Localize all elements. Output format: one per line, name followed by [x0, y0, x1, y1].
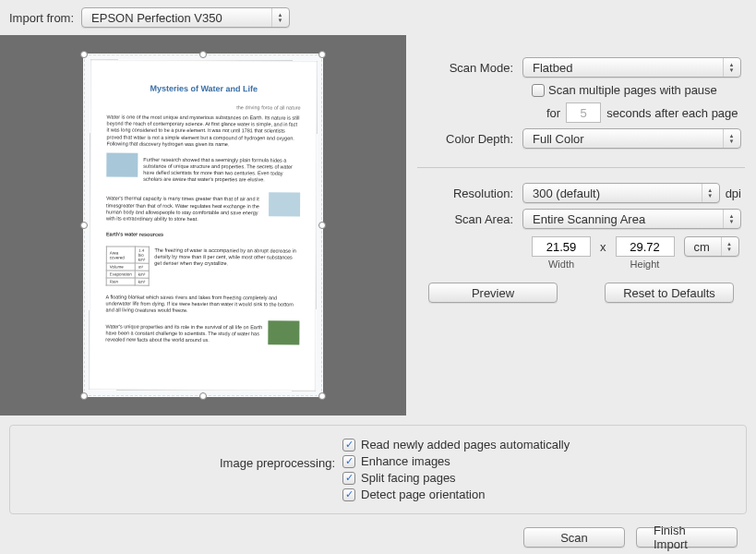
- width-sublabel: Width: [548, 259, 574, 270]
- scan-button[interactable]: Scan: [523, 527, 625, 548]
- read-new-checkbox[interactable]: ✓: [342, 439, 355, 452]
- scan-area-select[interactable]: Entire Scanning Area ▲▼: [522, 209, 741, 229]
- unit-value: cm: [694, 240, 710, 254]
- import-from-value: EPSON Perfection V350: [91, 11, 222, 25]
- import-from-label: Import from:: [9, 11, 74, 25]
- import-from-select[interactable]: EPSON Perfection V350 ▲▼: [81, 7, 290, 28]
- split-label: Split facing pages: [361, 471, 456, 485]
- finish-import-button[interactable]: Finish Import: [636, 527, 738, 548]
- detect-checkbox[interactable]: ✓: [342, 488, 355, 501]
- resolution-unit: dpi: [726, 187, 741, 200]
- scan-mode-value: Flatbed: [533, 61, 572, 75]
- crop-handle[interactable]: [80, 392, 88, 400]
- split-checkbox[interactable]: ✓: [342, 472, 355, 485]
- select-arrows-icon: ▲▼: [723, 210, 738, 228]
- resolution-select[interactable]: 300 (default) ▲▼: [522, 183, 720, 203]
- height-sublabel: Height: [630, 259, 660, 270]
- crop-handle[interactable]: [318, 392, 326, 400]
- enhance-checkbox[interactable]: ✓: [342, 455, 355, 468]
- color-depth-value: Full Color: [533, 132, 584, 146]
- read-new-label: Read newly added pages automatically: [361, 438, 570, 452]
- pause-seconds-input[interactable]: [566, 102, 601, 123]
- scan-mode-select[interactable]: Flatbed ▲▼: [522, 57, 741, 78]
- width-input[interactable]: [532, 236, 591, 257]
- enhance-label: Enhance images: [361, 454, 450, 468]
- preview-button[interactable]: Preview: [428, 283, 558, 303]
- crop-handle[interactable]: [199, 51, 207, 58]
- options-box: Image preprocessing: ✓ Read newly added …: [9, 425, 747, 514]
- select-arrows-icon: ▲▼: [702, 184, 716, 202]
- color-depth-label: Color Depth:: [421, 132, 522, 146]
- select-arrows-icon: ▲▼: [723, 58, 738, 77]
- preview-frame[interactable]: Mysteries of Water and Life the driving …: [83, 54, 323, 397]
- pause-suffix: seconds after each page: [606, 106, 738, 120]
- select-arrows-icon: ▲▼: [721, 237, 736, 256]
- times-label: x: [600, 240, 606, 267]
- select-arrows-icon: ▲▼: [271, 8, 286, 27]
- crop-handle[interactable]: [318, 222, 326, 229]
- color-depth-select[interactable]: Full Color ▲▼: [522, 128, 741, 149]
- crop-handle[interactable]: [80, 51, 88, 58]
- pause-prefix: for: [546, 106, 560, 120]
- scan-preview-area: Mysteries of Water and Life the driving …: [0, 35, 406, 416]
- scan-mode-label: Scan Mode:: [421, 61, 522, 75]
- unit-select[interactable]: cm ▲▼: [684, 236, 739, 257]
- preprocessing-label: Image preprocessing:: [23, 435, 342, 504]
- resolution-label: Resolution:: [421, 187, 522, 200]
- resolution-value: 300 (default): [533, 187, 600, 200]
- scan-area-value: Entire Scanning Area: [533, 212, 645, 226]
- crop-handle[interactable]: [80, 222, 88, 229]
- scan-area-label: Scan Area:: [421, 212, 522, 226]
- crop-handle[interactable]: [318, 51, 326, 58]
- multi-page-checkbox[interactable]: [532, 84, 545, 97]
- multi-page-label: Scan multiple pages with pause: [548, 83, 717, 97]
- detect-label: Detect page orientation: [361, 488, 485, 501]
- select-arrows-icon: ▲▼: [723, 129, 738, 148]
- crop-marquee[interactable]: [84, 54, 322, 396]
- height-input[interactable]: [616, 236, 675, 257]
- reset-defaults-button[interactable]: Reset to Defaults: [605, 283, 734, 303]
- crop-handle[interactable]: [199, 392, 207, 400]
